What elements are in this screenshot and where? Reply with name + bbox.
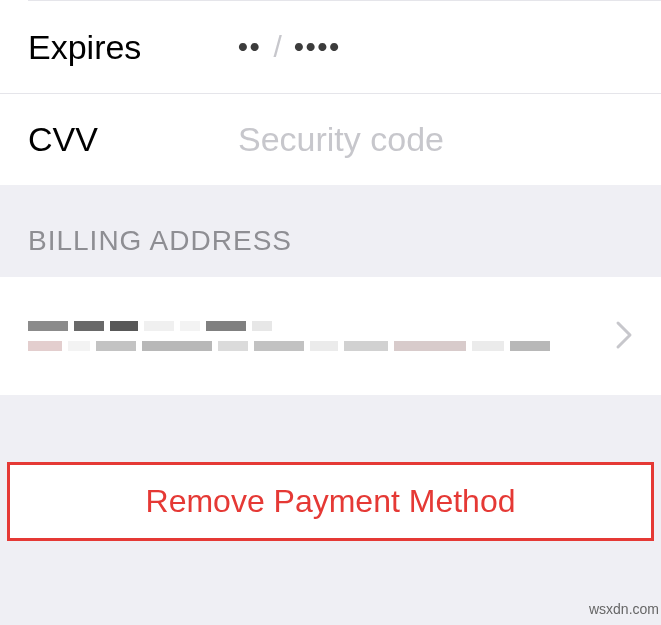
expires-label: Expires (28, 28, 238, 67)
cvv-label: CVV (28, 120, 238, 159)
remove-payment-method-button[interactable]: Remove Payment Method (10, 465, 651, 538)
expires-value: •• / •••• (238, 30, 341, 64)
chevron-right-icon (605, 312, 633, 360)
billing-address-row[interactable] (0, 277, 661, 395)
expires-row[interactable]: Expires •• / •••• (0, 1, 661, 93)
billing-address-redacted (28, 311, 605, 361)
watermark: wsxdn.com (589, 601, 659, 617)
cvv-row[interactable]: CVV Security code (0, 93, 661, 185)
billing-address-header: BILLING ADDRESS (0, 185, 661, 277)
remove-payment-method-label[interactable]: Remove Payment Method (146, 483, 516, 520)
cvv-placeholder: Security code (238, 120, 444, 159)
